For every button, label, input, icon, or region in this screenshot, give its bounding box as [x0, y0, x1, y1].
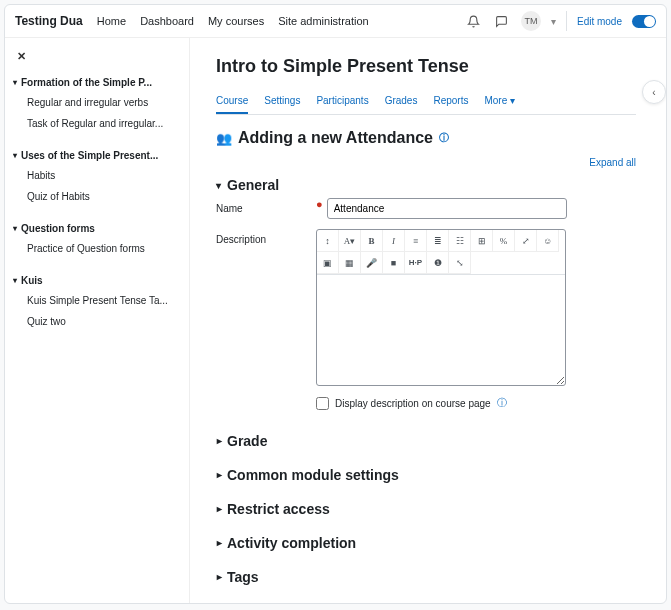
- brand[interactable]: Testing Dua: [15, 14, 83, 28]
- nav-site-admin[interactable]: Site administration: [278, 15, 369, 27]
- attendance-icon: 👥: [216, 131, 232, 146]
- help-icon[interactable]: ⓘ: [497, 396, 507, 410]
- tab-course[interactable]: Course: [216, 89, 248, 114]
- chevron-down-icon: ▾: [13, 78, 17, 87]
- legend-common-module[interactable]: ▾Common module settings: [216, 462, 636, 488]
- sidebar-item[interactable]: Quiz of Habits: [13, 186, 181, 207]
- chevron-down-icon: ▾: [13, 276, 17, 285]
- sidebar-section-1[interactable]: ▾Uses of the Simple Present...: [13, 146, 181, 165]
- chevron-right-icon: ▾: [213, 541, 224, 546]
- nav-my-courses[interactable]: My courses: [208, 15, 264, 27]
- editor-btn[interactable]: ▦: [339, 252, 361, 274]
- editor-btn[interactable]: A▾: [339, 230, 361, 252]
- editor-btn-mic[interactable]: 🎤: [361, 252, 383, 274]
- legend-restrict-access[interactable]: ▾Restrict access: [216, 496, 636, 522]
- bell-icon[interactable]: [465, 12, 483, 30]
- editor-btn-link[interactable]: %: [493, 230, 515, 252]
- chevron-right-icon: ▾: [213, 473, 224, 478]
- expand-all-link[interactable]: Expand all: [216, 157, 636, 168]
- sidebar-section-2[interactable]: ▾Question forms: [13, 219, 181, 238]
- editor-btn-bold[interactable]: B: [361, 230, 383, 252]
- tab-reports[interactable]: Reports: [433, 89, 468, 114]
- editor-btn[interactable]: ≣: [427, 230, 449, 252]
- editor-btn[interactable]: ⤢: [515, 230, 537, 252]
- editor-btn-h5p[interactable]: H·P: [405, 252, 427, 274]
- editor-btn[interactable]: ↕: [317, 230, 339, 252]
- editor-btn[interactable]: ☺: [537, 230, 559, 252]
- sidebar-item[interactable]: Habits: [13, 165, 181, 186]
- chevron-down-icon: ▾: [13, 224, 17, 233]
- editor-btn[interactable]: ☷: [449, 230, 471, 252]
- topbar: Testing Dua Home Dashboard My courses Si…: [5, 5, 666, 38]
- course-tabs: Course Settings Participants Grades Repo…: [216, 89, 636, 115]
- editor-btn[interactable]: ⤡: [449, 252, 471, 274]
- close-icon[interactable]: ✕: [13, 48, 30, 65]
- main-content: ‹ Intro to Simple Present Tense Course S…: [190, 38, 666, 603]
- chevron-down-icon[interactable]: ▾: [551, 16, 556, 27]
- display-description-label: Display description on course page: [335, 398, 491, 409]
- sidebar-item[interactable]: Regular and irregular verbs: [13, 92, 181, 113]
- legend-tags[interactable]: ▾Tags: [216, 564, 636, 590]
- tab-more[interactable]: More ▾: [484, 89, 515, 114]
- description-textarea[interactable]: [317, 275, 565, 385]
- editor-btn[interactable]: ■: [383, 252, 405, 274]
- avatar[interactable]: TM: [521, 11, 541, 31]
- editor-btn[interactable]: ≡: [405, 230, 427, 252]
- chat-icon[interactable]: [493, 12, 511, 30]
- sidebar-item[interactable]: Task of Regular and irregular...: [13, 113, 181, 134]
- chevron-right-icon: ▾: [213, 507, 224, 512]
- sidebar-item[interactable]: Practice of Question forms: [13, 238, 181, 259]
- tab-participants[interactable]: Participants: [316, 89, 368, 114]
- chevron-down-icon: ▾: [13, 151, 17, 160]
- nav-home[interactable]: Home: [97, 15, 126, 27]
- editor-btn[interactable]: ▣: [317, 252, 339, 274]
- name-input[interactable]: [327, 198, 567, 219]
- name-label: Name: [216, 198, 316, 214]
- course-index-sidebar: ✕ ▾Formation of the Simple P... Regular …: [5, 38, 190, 603]
- tab-settings[interactable]: Settings: [264, 89, 300, 114]
- chevron-right-icon: ▾: [213, 575, 224, 580]
- legend-competencies[interactable]: ▾Competencies: [216, 598, 636, 603]
- sidebar-item[interactable]: Quiz two: [13, 311, 181, 332]
- edit-mode-label: Edit mode: [577, 16, 622, 27]
- drawer-toggle-icon[interactable]: ‹: [642, 80, 666, 104]
- edit-mode-toggle[interactable]: [632, 15, 656, 28]
- editor-btn[interactable]: ⊞: [471, 230, 493, 252]
- sidebar-section-3[interactable]: ▾Kuis: [13, 271, 181, 290]
- required-icon: ●: [316, 198, 323, 210]
- description-label: Description: [216, 229, 316, 245]
- chevron-down-icon: ▾: [216, 180, 221, 191]
- legend-general[interactable]: ▾General: [216, 172, 636, 198]
- fieldset-general: ▾General Name ● Description ↕ A▾ B: [216, 172, 636, 420]
- chevron-right-icon: ▾: [213, 439, 224, 444]
- help-icon[interactable]: ⓘ: [439, 131, 449, 145]
- nav-dashboard[interactable]: Dashboard: [140, 15, 194, 27]
- editor-btn[interactable]: ❶: [427, 252, 449, 274]
- editor-btn-italic[interactable]: I: [383, 230, 405, 252]
- page-title: Intro to Simple Present Tense: [216, 56, 636, 77]
- sidebar-item[interactable]: Kuis Simple Present Tense Ta...: [13, 290, 181, 311]
- tab-grades[interactable]: Grades: [385, 89, 418, 114]
- description-editor: ↕ A▾ B I ≡ ≣ ☷ ⊞ % ⤢ ☺ ▣: [316, 229, 566, 386]
- display-description-checkbox[interactable]: [316, 397, 329, 410]
- legend-activity-completion[interactable]: ▾Activity completion: [216, 530, 636, 556]
- sidebar-section-0[interactable]: ▾Formation of the Simple P...: [13, 73, 181, 92]
- form-heading: 👥 Adding a new Attendance ⓘ: [216, 129, 636, 147]
- legend-grade[interactable]: ▾Grade: [216, 428, 636, 454]
